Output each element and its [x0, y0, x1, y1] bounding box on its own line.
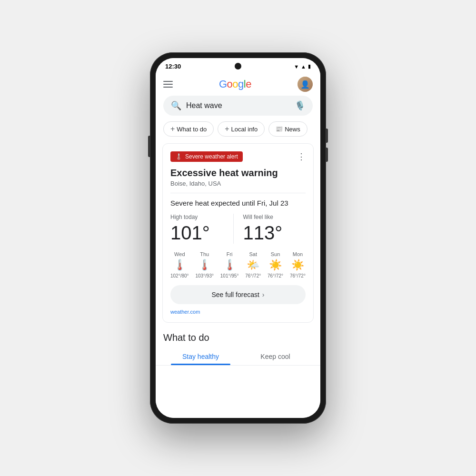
high-today-label: High today — [170, 214, 233, 220]
forecast-day-fri: Fri 🌡️ 101°/95° — [220, 251, 239, 278]
weather-icon: 🌡️ — [198, 259, 211, 271]
divider-1 — [170, 193, 306, 193]
tab-row: Stay healthy Keep cool — [156, 348, 320, 366]
weather-icon: 🌤️ — [247, 259, 259, 271]
scroll-content[interactable]: Google 👤 🔍 Heat wave 🎙️ + What to do — [156, 73, 320, 418]
camera-notch — [235, 63, 241, 69]
status-bar: 12:30 ▼ ▲ ▮ — [156, 58, 320, 73]
menu-button[interactable] — [163, 81, 173, 88]
status-icons: ▼ ▲ ▮ — [294, 63, 311, 69]
high-today-col: High today 101° — [170, 214, 233, 244]
high-today-value: 101° — [170, 222, 233, 244]
day-name: Mon — [293, 251, 303, 257]
heat-description: Severe heat expected until Fri, Jul 23 — [170, 199, 306, 207]
forecast-temps: 76°/72° — [268, 273, 283, 278]
volume-down-button — [326, 148, 328, 162]
search-icon: 🔍 — [171, 100, 181, 111]
battery-icon: ▮ — [308, 63, 311, 69]
forecast-temps: 103°/93° — [195, 273, 214, 278]
forecast-day-sun: Sun ☀️ 76°/72° — [268, 251, 283, 278]
more-options-icon[interactable]: ⋮ — [297, 151, 306, 162]
alert-section: 🌡️ Severe weather alert Excessive heat w… — [170, 151, 278, 187]
forecast-day-thu: Thu 🌡️ 103°/93° — [195, 251, 214, 278]
chip-news[interactable]: 📰 News — [268, 121, 307, 137]
weather-icon: 🌡️ — [223, 259, 236, 271]
volume-up-button — [326, 129, 328, 143]
tab-stay-healthy[interactable]: Stay healthy — [163, 348, 238, 365]
phone-frame: 12:30 ▼ ▲ ▮ Google 👤 — [150, 52, 326, 424]
status-time: 12:30 — [165, 63, 181, 70]
thermometer-icon: 🌡️ — [175, 153, 182, 160]
forecast-temps: 76°/72° — [245, 273, 261, 278]
chip-local-info-label: Local info — [231, 126, 258, 133]
feels-like-value: 113° — [243, 222, 306, 244]
forecast-day-mon: Mon ☀️ 76°/72° — [290, 251, 306, 278]
tab-stay-healthy-label: Stay healthy — [182, 353, 219, 360]
chip-what-to-do[interactable]: + What to do — [163, 121, 214, 137]
chip-news-label: News — [285, 126, 300, 133]
bottom-spacer — [156, 366, 320, 385]
chip-plus-icon-2: + — [225, 125, 229, 133]
what-to-do-section: What to do Stay healthy Keep cool — [156, 328, 320, 366]
what-to-do-title: What to do — [156, 328, 320, 348]
phone-screen: 12:30 ▼ ▲ ▮ Google 👤 — [156, 58, 320, 418]
forecast-day-wed: Wed 🌡️ 102°/80° — [170, 251, 189, 278]
alert-title: Excessive heat warning — [170, 167, 278, 179]
day-name: Thu — [200, 251, 209, 257]
signal-icon: ▼ — [294, 64, 299, 69]
day-name: Fri — [227, 251, 233, 257]
weather-icon: ☀️ — [291, 259, 304, 271]
weather-icon: ☀️ — [269, 259, 282, 271]
chip-local-info[interactable]: + Local info — [218, 121, 265, 137]
day-name: Sat — [249, 251, 257, 257]
alert-badge: 🌡️ Severe weather alert — [170, 151, 243, 162]
mic-icon[interactable]: 🎙️ — [295, 100, 305, 111]
google-logo: Google — [219, 78, 251, 90]
forecast-temps: 101°/95° — [220, 273, 239, 278]
alert-badge-text: Severe weather alert — [185, 153, 238, 160]
google-header: Google 👤 — [156, 73, 320, 96]
chip-what-to-do-label: What to do — [177, 126, 207, 133]
forecast-temps: 102°/80° — [170, 273, 189, 278]
day-name: Wed — [174, 251, 185, 257]
day-name: Sun — [271, 251, 280, 257]
source-link[interactable]: weather.com — [170, 309, 306, 315]
tab-keep-cool[interactable]: Keep cool — [238, 348, 313, 365]
search-query: Heat wave — [186, 101, 290, 110]
feels-like-label: Will feel like — [243, 214, 306, 220]
chip-plus-icon: + — [170, 125, 175, 133]
weather-icon: 🌡️ — [173, 259, 186, 271]
see-full-forecast-button[interactable]: See full forecast › — [170, 285, 306, 304]
wifi-icon: ▲ — [301, 64, 306, 69]
chevron-right-icon: › — [262, 291, 265, 298]
feels-like-col: Will feel like 113° — [233, 214, 306, 244]
weather-alert-card: 🌡️ Severe weather alert Excessive heat w… — [162, 143, 314, 323]
card-header: 🌡️ Severe weather alert Excessive heat w… — [170, 151, 306, 187]
forecast-row: Wed 🌡️ 102°/80° Thu 🌡️ 103°/93° Fri 🌡️ 1… — [170, 251, 306, 278]
avatar[interactable]: 👤 — [298, 77, 313, 92]
news-icon: 📰 — [276, 126, 283, 132]
search-bar[interactable]: 🔍 Heat wave 🎙️ — [163, 96, 313, 116]
tab-keep-cool-label: Keep cool — [260, 353, 290, 360]
forecast-btn-label: See full forecast — [211, 291, 259, 298]
filter-chips: + What to do + Local info 📰 News — [156, 121, 320, 143]
forecast-day-sat: Sat 🌤️ 76°/72° — [245, 251, 261, 278]
temperature-row: High today 101° Will feel like 113° — [170, 214, 306, 244]
forecast-temps: 76°/72° — [290, 273, 306, 278]
power-button — [148, 136, 150, 157]
alert-location: Boise, Idaho, USA — [170, 180, 278, 187]
